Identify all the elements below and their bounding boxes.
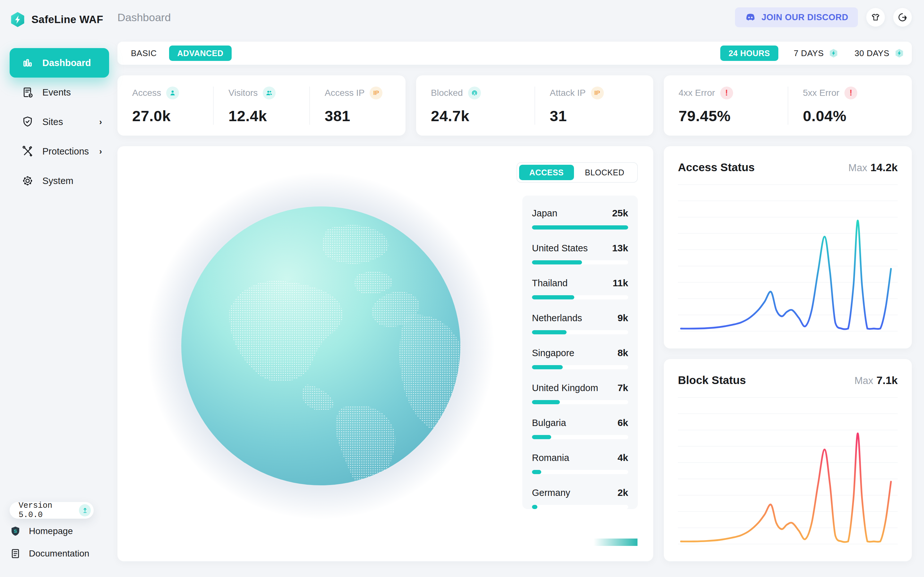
sidebar-item-system[interactable]: System — [10, 166, 109, 195]
sidebar-item-label: System — [42, 176, 102, 186]
version-label: Version 5.0.0 — [19, 501, 79, 520]
stat-card-errors: 4xx Error ! 79.45% 5xx Error ! 0.04% — [664, 75, 912, 135]
country-name: Germany — [532, 488, 570, 498]
country-bar — [532, 505, 628, 509]
country-name: United Kingdom — [532, 383, 598, 393]
sidebar-nav: Dashboard Events Sites › Protections — [10, 48, 109, 195]
logout-icon — [898, 13, 907, 22]
map-tab-access[interactable]: ACCESS — [519, 165, 574, 180]
country-bar — [532, 330, 628, 334]
tab-advanced[interactable]: ADVANCED — [169, 45, 232, 61]
toolbar: BASIC ADVANCED 24 HOURS 7 DAYS 30 DAYS — [118, 42, 912, 65]
country-bar — [532, 260, 628, 264]
stat-label: 4xx Error — [678, 88, 715, 98]
theme-button[interactable] — [866, 8, 885, 27]
stat-value: 12.4k — [228, 107, 294, 125]
map-tab-blocked[interactable]: BLOCKED — [574, 168, 635, 177]
stat-blocked: Blocked 24.7k — [416, 87, 535, 125]
update-button[interactable] — [79, 504, 91, 516]
sidebar-item-label: Sites — [42, 117, 91, 127]
stat-value: 79.45% — [678, 107, 773, 125]
access-status-card: Access Status Max14.2k — [664, 146, 912, 348]
upgrade-arrow-icon — [81, 506, 89, 514]
country-bar — [532, 365, 628, 369]
tab-basic[interactable]: BASIC — [131, 48, 157, 58]
join-discord-button[interactable]: JOIN OUR DISCORD — [735, 7, 858, 27]
country-value: 7k — [618, 382, 628, 393]
stats-row: Access 27.0k Visitors 12.4k Ac — [118, 75, 912, 135]
sidebar-item-label: Dashboard — [42, 58, 102, 68]
ip-badge-icon: IP — [591, 87, 604, 99]
safeline-shield-icon: S — [10, 525, 21, 537]
tools-icon — [21, 145, 34, 158]
page-title: Dashboard — [118, 11, 171, 24]
documentation-link[interactable]: Documentation — [10, 544, 99, 564]
tab-7-days[interactable]: 7 DAYS — [794, 48, 839, 59]
chart-max: Max7.1k — [855, 374, 898, 387]
stat-5xx-error: 5xx Error ! 0.04% — [788, 87, 912, 125]
sidebar-item-events[interactable]: Events — [10, 77, 109, 107]
app-logo: SafeLine WAF — [10, 11, 109, 27]
country-name: Thailand — [532, 278, 567, 288]
country-bar — [532, 295, 628, 300]
person-icon — [166, 87, 179, 99]
sidebar-footer: Version 5.0.0 S Homepage Documentation — [10, 502, 99, 564]
country-row: Netherlands9k — [532, 313, 628, 334]
country-bar — [532, 400, 628, 404]
tab-24-hours[interactable]: 24 HOURS — [720, 45, 779, 61]
chart-max-value: 14.2k — [871, 161, 898, 173]
stat-access: Access 27.0k — [118, 87, 213, 125]
stat-access-ip: Access IP IP 381 — [309, 87, 405, 125]
country-value: 11k — [613, 277, 628, 288]
document-icon — [10, 548, 21, 559]
tab-7-days-label: 7 DAYS — [794, 48, 824, 58]
version-pill[interactable]: Version 5.0.0 — [10, 502, 94, 519]
block-status-chart — [678, 392, 898, 550]
chart-max: Max14.2k — [848, 161, 898, 174]
country-ranking-panel[interactable]: Japan25kUnited States13kThailand11kNethe… — [522, 195, 638, 509]
country-value: 4k — [618, 452, 628, 463]
gear-icon — [21, 174, 34, 187]
documentation-label: Documentation — [29, 548, 89, 559]
country-row: Thailand11k — [532, 277, 628, 300]
stat-label: Attack IP — [550, 88, 586, 98]
flash-badge-icon — [828, 48, 839, 59]
logout-button[interactable] — [893, 8, 912, 27]
sidebar-item-label: Protections — [42, 146, 91, 157]
country-row: United Kingdom7k — [532, 382, 628, 404]
country-row: United States13k — [532, 243, 628, 264]
chevron-right-icon: › — [99, 147, 102, 156]
error-badge-icon: ! — [720, 87, 733, 99]
country-bar — [532, 226, 628, 229]
country-name: Bulgaria — [532, 418, 566, 428]
chevron-right-icon: › — [99, 117, 102, 127]
sidebar-item-sites[interactable]: Sites › — [10, 107, 109, 137]
sidebar-item-dashboard[interactable]: Dashboard — [10, 48, 109, 77]
header: Dashboard JOIN OUR DISCORD — [118, 0, 912, 35]
country-name: Singapore — [532, 348, 574, 358]
stat-value: 0.04% — [803, 107, 897, 125]
tab-30-days[interactable]: 30 DAYS — [855, 48, 905, 59]
country-row: Germany2k — [532, 487, 628, 509]
tab-30-days-label: 30 DAYS — [855, 48, 889, 58]
country-value: 13k — [612, 243, 628, 253]
country-row: Romania4k — [532, 452, 628, 474]
discord-button-label: JOIN OUR DISCORD — [761, 13, 848, 23]
chart-max-value: 7.1k — [877, 374, 898, 386]
homepage-label: Homepage — [29, 526, 73, 536]
world-map-card: ACCESS BLOCKED Japan25kUnited States13kT… — [118, 146, 653, 561]
flash-badge-icon — [894, 48, 905, 59]
country-name: Japan — [532, 208, 557, 219]
sidebar-item-protections[interactable]: Protections › — [10, 137, 109, 166]
stat-card-blocked: Blocked 24.7k Attack IP IP 31 — [416, 75, 653, 135]
stat-label: Access — [132, 88, 161, 98]
globe — [181, 206, 460, 485]
country-value: 6k — [618, 417, 628, 428]
homepage-link[interactable]: S Homepage — [10, 521, 99, 541]
country-name: United States — [532, 243, 588, 253]
country-value: 8k — [618, 348, 628, 358]
stat-card-access: Access 27.0k Visitors 12.4k Ac — [118, 75, 405, 135]
chart-title: Block Status — [678, 374, 746, 387]
stat-label: Visitors — [228, 88, 258, 98]
stat-attack-ip: Attack IP IP 31 — [535, 87, 654, 125]
